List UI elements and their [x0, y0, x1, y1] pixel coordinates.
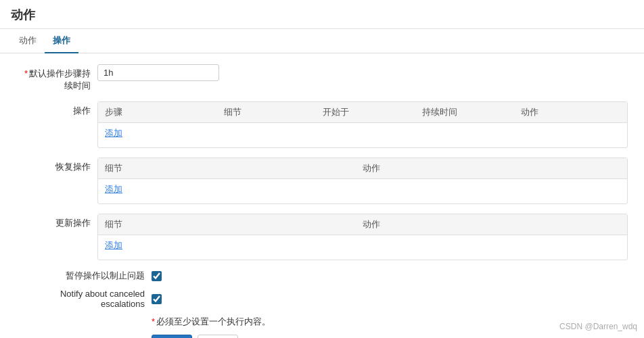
pause-checkbox[interactable] — [152, 271, 162, 281]
required-star: * — [24, 68, 28, 78]
recovery-add-link[interactable]: 添加 — [105, 184, 122, 194]
operations-row: 操作 步骤 细节 开始于 持续时间 动作 添加 — [16, 101, 628, 148]
update-table-body: 添加 — [98, 235, 627, 260]
notify-row: Notify about canceled escalations — [16, 289, 628, 309]
page-header: 动作 — [0, 0, 644, 29]
operations-table-body: 添加 — [98, 123, 627, 147]
main-content: *默认操作步骤持续时间 操作 步骤 细节 开始于 持续时间 动作 添加 恢复操作… — [0, 53, 644, 338]
update-col-detail: 细节 — [105, 218, 363, 231]
update-col-action: 动作 — [363, 218, 620, 231]
recovery-col-action: 动作 — [363, 162, 620, 174]
operations-table-header: 步骤 细节 开始于 持续时间 动作 — [98, 102, 627, 123]
recovery-col-detail: 细节 — [105, 162, 363, 174]
default-duration-input[interactable] — [97, 64, 219, 81]
button-group: 添加 取消 — [16, 335, 628, 338]
operations-label: 操作 — [16, 101, 97, 117]
add-button[interactable]: 添加 — [152, 335, 192, 338]
operations-table: 步骤 细节 开始于 持续时间 动作 添加 — [97, 101, 628, 148]
tab-actions[interactable]: 动作 — [11, 29, 45, 53]
recovery-table-header: 细节 动作 — [98, 158, 627, 179]
note-text: *必须至少设置一个执行内容。 — [16, 316, 628, 328]
cancel-button[interactable]: 取消 — [198, 335, 238, 338]
col-duration: 持续时间 — [422, 106, 522, 118]
notify-checkbox[interactable] — [152, 294, 162, 304]
recovery-table-body: 添加 — [98, 179, 627, 203]
pause-row: 暂停操作以制止问题 — [16, 270, 628, 282]
recovery-table: 细节 动作 添加 — [97, 158, 628, 204]
update-row: 更新操作 细节 动作 添加 — [16, 214, 628, 260]
default-duration-row: *默认操作步骤持续时间 — [16, 64, 628, 92]
col-detail: 细节 — [224, 106, 323, 118]
update-table: 细节 动作 添加 — [97, 214, 628, 260]
notify-label: Notify about canceled escalations — [16, 289, 152, 309]
update-table-header: 细节 动作 — [98, 214, 627, 235]
page-title: 动作 — [11, 8, 35, 22]
operations-add-link[interactable]: 添加 — [105, 128, 122, 138]
pause-label: 暂停操作以制止问题 — [16, 270, 152, 282]
tab-operations[interactable]: 操作 — [45, 29, 78, 53]
default-duration-label: *默认操作步骤持续时间 — [16, 64, 97, 92]
col-action: 动作 — [521, 106, 620, 118]
col-start: 开始于 — [323, 106, 422, 118]
tab-bar: 动作 操作 — [0, 29, 644, 53]
recovery-label: 恢复操作 — [16, 158, 97, 173]
recovery-row: 恢复操作 细节 动作 添加 — [16, 158, 628, 204]
update-add-link[interactable]: 添加 — [105, 240, 122, 250]
col-step: 步骤 — [105, 106, 224, 118]
update-label: 更新操作 — [16, 214, 97, 229]
watermark: CSDN @Darren_wdq — [559, 322, 637, 331]
